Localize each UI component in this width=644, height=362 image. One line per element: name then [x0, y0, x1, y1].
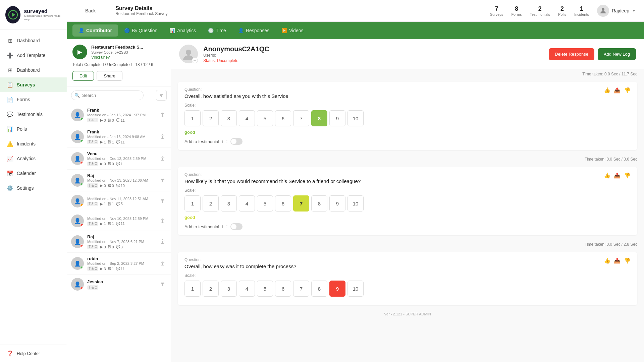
share-icon[interactable]: 📤: [614, 87, 621, 94]
scale-btn-7-selected[interactable]: 7: [293, 195, 309, 212]
filter-button[interactable]: [156, 90, 167, 101]
scale-btn-1[interactable]: 1: [184, 281, 201, 297]
thumbs-up-icon[interactable]: 👍: [604, 87, 610, 94]
survey-play-icon: ▶: [72, 45, 87, 59]
tab-contributor[interactable]: 👤 Contributor: [72, 24, 118, 37]
tab-videos[interactable]: ▶️ Videos: [275, 24, 310, 37]
sidebar-item-add-template[interactable]: ➕ Add Template: [0, 48, 67, 63]
testimonial-toggle-2[interactable]: [230, 223, 243, 230]
respondent-name: Raj: [87, 173, 155, 178]
delete-button[interactable]: 🗑: [159, 259, 167, 267]
sidebar-item-forms[interactable]: 📄 Forms: [0, 92, 67, 107]
delete-button[interactable]: 🗑: [159, 176, 167, 184]
share-icon-2[interactable]: 📤: [614, 172, 621, 179]
scale-btn-6[interactable]: 6: [275, 281, 291, 297]
edit-button[interactable]: Edit: [72, 71, 94, 81]
app-tagline: AI based Video Reviews made easy: [24, 14, 61, 21]
search-input[interactable]: [71, 90, 144, 100]
list-item[interactable]: 👤 Venu Modified on - Dec 12, 2023 2:59 P…: [67, 148, 171, 170]
thumbs-down-icon-3[interactable]: 👎: [624, 257, 631, 264]
scale-btn-4[interactable]: 4: [239, 195, 255, 212]
tab-analytics[interactable]: 📊 Analytics: [163, 24, 202, 37]
sidebar-item-analytics[interactable]: 📈 Analytics: [0, 151, 67, 166]
list-item[interactable]: 👤 Modified on - Nov 11, 2023 12:51 AM T …: [67, 191, 171, 211]
scale-btn-10[interactable]: 10: [347, 110, 364, 126]
scale-btn-4[interactable]: 4: [239, 110, 255, 126]
list-item[interactable]: 👤 Raj Modified on - Nov 7, 2023 6:21 PM …: [67, 231, 171, 253]
scale-btn-3[interactable]: 3: [221, 281, 237, 297]
tab-responses[interactable]: 👤 Responses: [232, 24, 275, 37]
sidebar-item-polls[interactable]: 📊 Polls: [0, 122, 67, 136]
share-button[interactable]: Share: [97, 71, 122, 81]
list-item[interactable]: 👤 Frank Modified on - Jan 16, 2024 1:37 …: [67, 104, 171, 126]
list-item[interactable]: 👤 Jessica T & C 🗑: [67, 275, 171, 294]
sidebar-item-calender[interactable]: 📅 Calender: [0, 166, 67, 181]
scale-btn-7[interactable]: 7: [293, 110, 309, 126]
thumbs-up-icon-3[interactable]: 👍: [604, 257, 610, 264]
delete-button[interactable]: 🗑: [159, 155, 167, 163]
scale-btn-10[interactable]: 10: [347, 281, 364, 297]
scale-btn-10[interactable]: 10: [347, 195, 364, 212]
scale-btn-5[interactable]: 5: [257, 281, 273, 297]
thumbs-down-icon[interactable]: 👎: [624, 87, 631, 94]
sidebar-item-surveys[interactable]: 📋 Surveys: [0, 77, 67, 92]
delete-button[interactable]: 🗑: [159, 111, 167, 119]
scale-btn-5[interactable]: 5: [257, 110, 273, 126]
comment-icon: 💬: [116, 162, 120, 166]
scale-btn-5[interactable]: 5: [257, 195, 273, 212]
scale-btn-9[interactable]: 9: [329, 110, 345, 126]
list-item[interactable]: 👤 Frank Modified on - Jan 16, 2024 9:08 …: [67, 126, 171, 148]
list-item[interactable]: 👤 Raj Modified on - Nov 13, 2023 12:06 A…: [67, 170, 171, 191]
search-icon: 🔍: [74, 93, 80, 98]
help-center[interactable]: ❓ Help Center: [0, 345, 67, 362]
sidebar-item-settings[interactable]: ⚙️ Settings: [0, 181, 67, 195]
delete-button[interactable]: 🗑: [159, 217, 167, 225]
scale-btn-8-selected[interactable]: 8: [311, 110, 327, 126]
testimonial-toggle-1[interactable]: [230, 138, 243, 145]
scale-btn-4[interactable]: 4: [239, 281, 255, 297]
scale-btn-9[interactable]: 9: [329, 195, 345, 212]
user-menu[interactable]: Rajdeep ▼: [597, 5, 636, 17]
sidebar-item-dashboard[interactable]: ⊞ Dashboard: [0, 33, 67, 48]
by-question-icon: 🔵: [124, 28, 130, 33]
scale-btn-6[interactable]: 6: [275, 110, 291, 126]
sidebar-item-incidents[interactable]: ⚠️ Incidents: [0, 136, 67, 151]
delete-button[interactable]: 🗑: [159, 280, 167, 288]
scale-btn-2[interactable]: 2: [203, 281, 219, 297]
edit-pencil-icon[interactable]: ✏: [192, 57, 198, 63]
top-header: ← Back Survey Details Restaurant Feedbac…: [67, 0, 644, 22]
scale-btn-8[interactable]: 8: [311, 195, 327, 212]
list-item[interactable]: 👤 robin Modified on - Sep 2, 2022 3:27 P…: [67, 253, 171, 275]
scale-btn-7[interactable]: 7: [293, 281, 309, 297]
sidebar-item-testimonials[interactable]: 💬 Testimonials: [0, 107, 67, 122]
testimonial-colon-2: :: [226, 224, 227, 230]
survey-link[interactable]: Vinci unev: [91, 55, 143, 60]
share-icon-3[interactable]: 📤: [614, 257, 621, 264]
delete-button[interactable]: 🗑: [159, 238, 167, 246]
scale-btn-3[interactable]: 3: [221, 110, 237, 126]
question-label-2: Question:: [184, 172, 361, 177]
scale-btn-8[interactable]: 8: [311, 281, 327, 297]
scale-btn-1[interactable]: 1: [184, 110, 201, 126]
tab-by-question[interactable]: 🔵 By Question: [118, 24, 163, 37]
scale-btn-3[interactable]: 3: [221, 195, 237, 212]
forms-count: 8: [511, 5, 522, 12]
delete-button[interactable]: 🗑: [159, 197, 167, 205]
delete-response-button[interactable]: Delete Response: [549, 48, 594, 60]
list-item[interactable]: 👤 Modified on - Nov 10, 2023 12:59 PM T …: [67, 211, 171, 231]
tab-time[interactable]: 🕐 Time: [202, 24, 232, 37]
thumbs-down-icon-2[interactable]: 👎: [624, 172, 631, 179]
scale-btn-9-selected[interactable]: 9: [329, 281, 345, 297]
scale-btn-2[interactable]: 2: [203, 195, 219, 212]
scale-btn-1[interactable]: 1: [184, 195, 201, 212]
time-taken-1: Time taken: 0.0 Sec / 11.7 Sec: [171, 69, 644, 78]
scale-btn-6[interactable]: 6: [275, 195, 291, 212]
incidents-label: Incidents: [574, 12, 589, 16]
add-new-log-button[interactable]: Add New Log: [598, 48, 636, 60]
sidebar-item-dashboard2[interactable]: ⊞ Dashboard: [0, 63, 67, 77]
scale-btn-2[interactable]: 2: [203, 110, 219, 126]
calender-icon: 📅: [7, 170, 13, 177]
delete-button[interactable]: 🗑: [159, 133, 167, 141]
thumbs-up-icon-2[interactable]: 👍: [604, 172, 610, 179]
back-button[interactable]: ← Back: [75, 6, 99, 15]
